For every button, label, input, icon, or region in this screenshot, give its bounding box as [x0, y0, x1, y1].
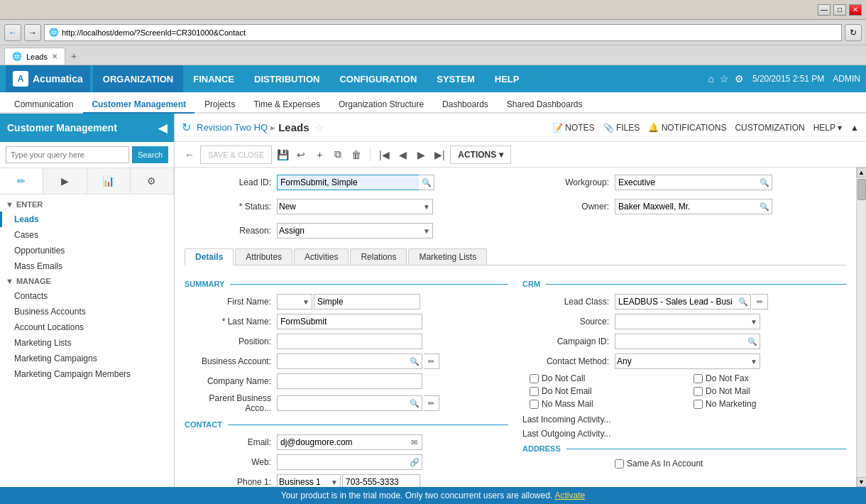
parent-biz-acct-edit-icon[interactable]: ✏ — [424, 395, 439, 411]
save-close-button[interactable]: SAVE & CLOSE — [200, 146, 272, 164]
scroll-up-button[interactable]: ▲ — [857, 168, 867, 177]
web-icon[interactable]: 🔗 — [407, 454, 422, 470]
sec-nav-projects[interactable]: Projects — [196, 97, 243, 114]
do-not-call-checkbox[interactable] — [530, 374, 539, 383]
lead-class-edit-icon[interactable]: ✏ — [752, 294, 768, 309]
sidebar-play-icon[interactable]: ▶ — [43, 168, 87, 194]
back-button[interactable]: ← — [4, 24, 21, 41]
refresh-icon[interactable]: ↻ — [182, 121, 191, 134]
top-nav-finance[interactable]: FINANCE — [183, 65, 244, 92]
active-tab[interactable]: 🌐 Leads ✕ — [4, 48, 65, 65]
web-input[interactable] — [277, 454, 407, 470]
undo-icon[interactable]: ↩ — [293, 146, 309, 164]
sidebar-item-business-accounts[interactable]: Business Accounts — [0, 304, 174, 319]
campaign-id-input[interactable] — [615, 334, 745, 349]
first-name-input[interactable] — [314, 294, 420, 309]
bookmark-icon[interactable]: ☆ — [720, 73, 729, 84]
favorite-icon[interactable]: ☆ — [315, 122, 324, 133]
do-not-email-checkbox[interactable] — [530, 387, 539, 396]
prev-icon[interactable]: ◀ — [395, 146, 410, 164]
sidebar-chart-icon[interactable]: 📊 — [87, 168, 131, 194]
breadcrumb-link[interactable]: Revision Two HQ — [197, 122, 268, 133]
sec-nav-customer-management[interactable]: Customer Management — [83, 97, 194, 114]
company-name-input[interactable] — [277, 373, 422, 389]
sidebar-toggle-button[interactable]: ◀ — [158, 121, 167, 135]
maximize-button[interactable]: □ — [833, 4, 846, 16]
phone1-type-select[interactable]: Business 1 — [277, 474, 341, 487]
sec-nav-dashboards[interactable]: Dashboards — [434, 97, 497, 114]
sidebar-item-mass-emails[interactable]: Mass Emails — [0, 258, 174, 274]
position-input[interactable] — [277, 334, 422, 349]
address-bar[interactable]: 🌐 http://localhost/demo/?ScreenId=CR3010… — [44, 24, 842, 41]
email-icon[interactable]: ✉ — [407, 434, 422, 450]
sidebar-item-cases[interactable]: Cases — [0, 227, 174, 243]
workgroup-search-icon[interactable]: 🔍 — [757, 175, 772, 190]
save-icon[interactable]: 💾 — [275, 146, 290, 164]
business-account-input[interactable] — [277, 354, 407, 369]
status-select[interactable]: New — [277, 199, 433, 214]
sec-nav-org-structure[interactable]: Organization Structure — [330, 97, 432, 114]
owner-search-icon[interactable]: 🔍 — [757, 199, 772, 214]
lead-class-search-icon[interactable]: 🔍 — [735, 294, 751, 309]
do-not-fax-checkbox[interactable] — [694, 374, 703, 383]
business-account-search-icon[interactable]: 🔍 — [407, 354, 422, 369]
sec-nav-communication[interactable]: Communication — [6, 97, 82, 114]
activate-link[interactable]: Activate — [555, 491, 586, 500]
scroll-thumb[interactable] — [857, 179, 866, 200]
campaign-id-search-icon[interactable]: 🔍 — [745, 334, 760, 349]
lead-id-search-icon[interactable]: 🔍 — [419, 175, 434, 190]
sidebar-item-marketing-campaigns[interactable]: Marketing Campaigns — [0, 351, 174, 366]
sidebar-gear-icon[interactable]: ⚙ — [131, 168, 174, 194]
sidebar-item-marketing-lists[interactable]: Marketing Lists — [0, 335, 174, 351]
tab-activities[interactable]: Activities — [294, 248, 349, 265]
sidebar-item-opportunities[interactable]: Opportunities — [0, 243, 174, 258]
first-name-prefix-select[interactable] — [277, 294, 312, 309]
settings-icon[interactable]: ⚙ — [735, 73, 744, 84]
lead-id-input[interactable] — [277, 175, 419, 190]
last-icon[interactable]: ▶| — [432, 146, 447, 164]
sidebar-item-contacts[interactable]: Contacts — [0, 288, 174, 304]
last-name-input[interactable] — [277, 314, 422, 329]
sec-nav-time-expenses[interactable]: Time & Expenses — [245, 97, 329, 114]
notifications-button[interactable]: 🔔 NOTIFICATIONS — [648, 123, 726, 133]
tab-relations[interactable]: Relations — [350, 248, 407, 265]
minimize-button[interactable]: — — [818, 4, 831, 16]
phone1-input[interactable] — [342, 474, 420, 487]
do-not-mail-checkbox[interactable] — [694, 387, 703, 396]
forward-button[interactable]: → — [24, 24, 41, 41]
delete-icon[interactable]: 🗑 — [349, 146, 364, 164]
sidebar-section-enter[interactable]: ▼ ENTER — [0, 197, 174, 212]
search-button[interactable]: Search — [132, 146, 168, 163]
top-nav-configuration[interactable]: CONFIGURATION — [329, 65, 427, 92]
back-icon[interactable]: ← — [182, 146, 197, 164]
close-button[interactable]: ✕ — [849, 4, 862, 16]
sidebar-item-marketing-campaign-members[interactable]: Marketing Campaign Members — [0, 366, 174, 382]
source-select[interactable] — [615, 314, 760, 329]
no-mass-mail-checkbox[interactable] — [530, 400, 539, 409]
tab-close-button[interactable]: ✕ — [52, 53, 57, 60]
parent-biz-acct-input[interactable] — [277, 395, 407, 411]
contact-method-select[interactable]: Any — [615, 354, 760, 369]
scroll-up-icon[interactable]: ▲ — [850, 123, 859, 133]
top-nav-organization[interactable]: ORGANIZATION — [93, 65, 183, 92]
first-icon[interactable]: |◀ — [376, 146, 392, 164]
home-icon[interactable]: ⌂ — [708, 73, 713, 84]
top-nav-help[interactable]: HELP — [485, 65, 530, 92]
sidebar-edit-icon[interactable]: ✏ — [0, 168, 43, 194]
tab-attributes[interactable]: Attributes — [235, 248, 292, 265]
notes-button[interactable]: 📝 NOTES — [552, 123, 595, 133]
same-as-account-checkbox[interactable] — [615, 459, 624, 469]
top-nav-distribution[interactable]: DISTRIBUTION — [244, 65, 329, 92]
sidebar-section-manage[interactable]: ▼ MANAGE — [0, 274, 174, 288]
actions-button[interactable]: ACTIONS ▾ — [450, 146, 510, 164]
top-nav-system[interactable]: SYSTEM — [427, 65, 484, 92]
search-input[interactable] — [6, 146, 129, 163]
no-marketing-checkbox[interactable] — [694, 400, 703, 409]
scroll-track[interactable] — [857, 177, 866, 477]
email-input[interactable] — [277, 434, 407, 450]
copy-icon[interactable]: ⧉ — [330, 146, 346, 164]
reason-select[interactable]: Assign — [277, 223, 433, 239]
parent-biz-acct-search-icon[interactable]: 🔍 — [407, 395, 422, 411]
sidebar-item-account-locations[interactable]: Account Locations — [0, 319, 174, 335]
help-button[interactable]: HELP ▾ — [813, 123, 842, 133]
